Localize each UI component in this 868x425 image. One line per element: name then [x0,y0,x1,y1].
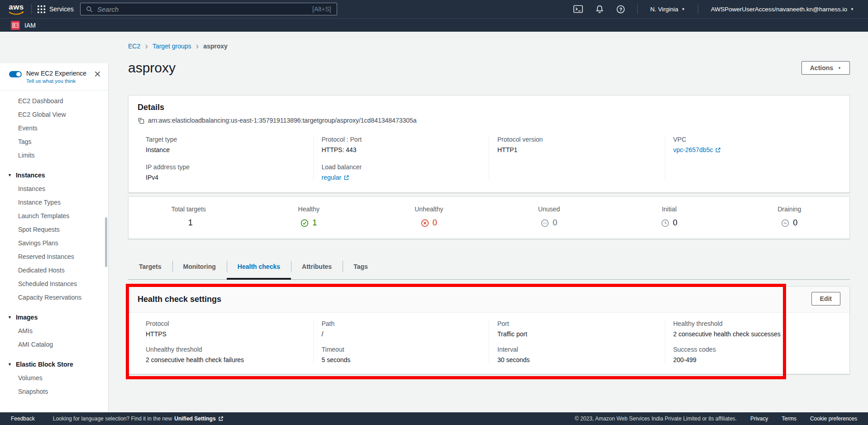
sidebar-item[interactable]: EC2 Dashboard [0,94,108,108]
status-icon [541,219,549,227]
target-status-stat: Healthy 1 [249,205,369,239]
health-check-column: Path / Timeout 5 seconds [313,320,489,363]
new-experience-label: New EC2 Experience [26,70,91,77]
sidebar-section-header[interactable]: ▼ Images [0,310,108,324]
breadcrumb-item[interactable]: EC2 [128,43,140,50]
new-experience-text: New EC2 Experience Tell us what you thin… [26,70,91,84]
region-selector[interactable]: N. Virginia ▼ [644,6,692,13]
tab-label: Targets [139,263,162,270]
field-value: 30 seconds [497,356,665,363]
tab[interactable]: Tags [343,253,379,279]
field-label: Timeout [322,346,489,353]
sidebar-section-header[interactable]: ▼ Elastic Block Store [0,358,108,371]
field-label: Port [497,320,665,327]
help-icon: ? [616,5,625,14]
feedback-link[interactable]: Feedback [11,415,35,422]
details-fields: Protocol version HTTP1 [497,136,665,153]
edit-button[interactable]: Edit [811,292,840,306]
stat-value-row: 0 [489,218,610,228]
sidebar-group-items: Volumes Snapshots [0,371,108,398]
sidebar-section-label: Elastic Block Store [16,361,73,368]
details-column: Protocol : Port HTTPS: 443 Load balancer [313,136,489,181]
sidebar-item[interactable]: Savings Plans [0,236,108,250]
sidebar-item[interactable]: AMIs [0,324,108,338]
status-icon [300,219,309,227]
divider [31,4,32,14]
sidebar-item[interactable]: Dedicated Hosts [0,263,108,277]
footer-link[interactable]: Terms [782,415,796,422]
copy-icon[interactable] [138,117,144,124]
notifications-button[interactable] [589,5,610,14]
sidebar-item[interactable]: Launch Templates [0,209,108,223]
unified-settings-link[interactable]: Unified Settings [174,415,215,422]
target-status-stat: Unhealthy 0 [369,205,489,239]
details-title: Details [138,103,840,112]
iam-service-icon [11,21,20,30]
services-label: Services [49,5,74,13]
sidebar-item[interactable]: Capacity Reservations [0,291,108,304]
sidebar-section-header[interactable]: ▼ Instances [0,168,108,182]
sidebar-item[interactable]: Scheduled Instances [0,277,108,291]
sidebar-item[interactable]: Volumes [0,371,108,385]
sidebar-scrollbar[interactable] [105,217,107,267]
tab[interactable]: Monitoring [172,253,227,279]
field-value: IPv4 [146,174,313,181]
breadcrumb-item: asproxy [203,43,228,50]
field-value: HTTP1 [497,146,665,153]
details-fields: Target type Instance IP address type IPv… [146,136,313,181]
sidebar-nav: EC2 Dashboard EC2 Global View Events Tag… [0,91,108,398]
stat-label: Healthy [249,205,369,213]
field-value: 2 consecutive health check successes [673,330,841,338]
sidebar-item[interactable]: Spot Requests [0,223,108,236]
sidebar-item[interactable]: EC2 Global View [0,108,108,121]
services-grid-icon [38,5,45,13]
sidebar-item[interactable]: Tags [0,135,108,148]
sidebar-item[interactable]: Instance Types [0,196,108,209]
account-menu[interactable]: AWSPowerUserAccess/navaneeth.kn@harness.… [704,6,861,13]
sidebar-item[interactable]: Events [0,121,108,135]
field-label: Protocol : Port [322,136,489,143]
field-value-link[interactable]: vpc-2657db5c [673,146,841,153]
health-check-field: Timeout 5 seconds [322,346,489,363]
sidebar-item[interactable]: Instances [0,182,108,196]
field-label: Protocol version [497,136,665,143]
breadcrumb-item[interactable]: Target groups [153,43,191,50]
close-icon[interactable] [94,71,101,79]
feedback-tell-us-link[interactable]: Tell us what you think [26,78,76,84]
sidebar-item[interactable]: Limits [0,148,108,162]
tab[interactable]: Attributes [291,253,343,279]
field-value-link[interactable]: regular [322,174,489,181]
field-label: Healthy threshold [673,320,841,327]
search-input[interactable]: Search [Alt+S] [80,3,337,15]
help-button[interactable]: ? [610,5,631,14]
status-icon [421,219,429,227]
footer: Feedback Looking for language selection?… [0,412,868,425]
field-label: Load balancer [322,163,489,171]
page-title: asproxy [128,60,801,76]
services-menu-button[interactable]: Services [38,5,74,13]
external-link-icon [218,416,224,421]
health-check-field: Unhealthy threshold 2 consecutive health… [146,346,313,363]
cloudshell-button[interactable] [567,5,589,13]
tab[interactable]: Health checks [227,253,291,279]
stat-value-row: 0 [730,218,850,228]
field-label: Path [322,320,489,327]
tab[interactable]: Targets [128,253,172,279]
details-grid: Target type Instance IP address type IPv… [138,136,840,181]
sidebar-item[interactable]: AMI Catalog [0,338,108,351]
footer-link[interactable]: Privacy [750,415,768,422]
health-check-field: Path / [322,320,489,338]
bell-icon [596,5,604,14]
new-experience-toggle[interactable] [9,71,22,77]
stat-label: Draining [730,205,850,213]
language-selection-note: Looking for language selection? Find it … [53,415,224,422]
sidebar-item[interactable]: Reserved Instances [0,250,108,263]
aws-logo[interactable]: aws [7,2,25,16]
footer-link[interactable]: Cookie preferences [810,415,857,422]
breadcrumb-chevron-icon: › [196,43,199,48]
sidebar-section-label: Images [16,314,38,321]
actions-button[interactable]: Actions ▼ [801,61,850,75]
sidebar-item[interactable]: Snapshots [0,385,108,398]
detail-field: Protocol : Port HTTPS: 443 [322,136,489,153]
iam-tab[interactable]: IAM [24,22,36,29]
